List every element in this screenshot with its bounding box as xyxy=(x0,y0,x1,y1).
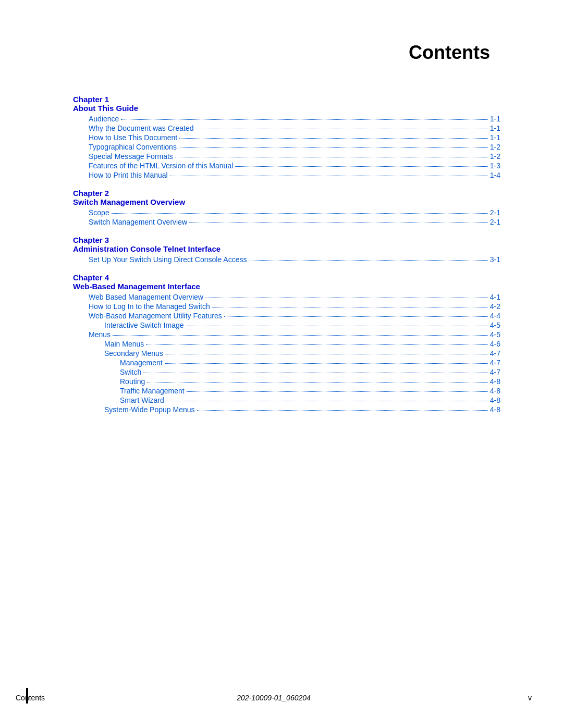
toc-entry[interactable]: System-Wide Popup Menus 4-8 xyxy=(73,405,500,414)
toc-entry[interactable]: Special Message Formats 1-2 xyxy=(73,152,500,161)
toc-entry[interactable]: Set Up Your Switch Using Direct Console … xyxy=(73,255,500,264)
chapter-1-label: Chapter 1 About This Guide Audience 1-1 … xyxy=(73,95,500,179)
toc-entry[interactable]: Management 4-7 xyxy=(73,359,500,367)
footer-label: Contents xyxy=(16,694,78,702)
toc-entry[interactable]: How to Log In to the Managed Switch 4-2 xyxy=(73,302,500,311)
toc-entry[interactable]: Typographical Conventions 1-2 xyxy=(73,143,500,151)
toc-container: Chapter 1 About This Guide Audience 1-1 … xyxy=(73,95,500,414)
toc-entry[interactable]: Why the Document was Created 1-1 xyxy=(73,124,500,132)
chapter-3-label: Chapter 3 Administration Console Telnet … xyxy=(73,236,500,264)
toc-entry[interactable]: Interactive Switch Image 4-5 xyxy=(73,321,500,329)
toc-entry[interactable]: Traffic Management 4-8 xyxy=(73,387,500,395)
toc-entry[interactable]: Web Based Management Overview 4-1 xyxy=(73,293,500,301)
chapter-2-label: Chapter 2 Switch Management Overview Sco… xyxy=(73,189,500,226)
toc-entry[interactable]: Switch 4-7 xyxy=(73,368,500,376)
toc-entry[interactable]: Secondary Menus 4-7 xyxy=(73,349,500,357)
toc-entry[interactable]: Features of the HTML Version of this Man… xyxy=(73,162,500,170)
footer-page-number: v xyxy=(469,694,532,702)
chapter-4-label: Chapter 4 Web-Based Management Interface… xyxy=(73,273,500,414)
toc-entry[interactable]: Menus 4-5 xyxy=(73,330,500,339)
toc-entry[interactable]: Audience 1-1 xyxy=(73,115,500,123)
toc-entry[interactable]: Web-Based Management Utility Features 4-… xyxy=(73,312,500,320)
page-title: Contents xyxy=(73,42,490,64)
footer-doc-number: 202-10009-01_060204 xyxy=(78,694,469,702)
toc-entry[interactable]: Scope 2-1 xyxy=(73,208,500,217)
toc-entry[interactable]: Routing 4-8 xyxy=(73,377,500,386)
toc-entry[interactable]: How to Use This Document 1-1 xyxy=(73,133,500,142)
toc-entry[interactable]: Smart Wizard 4-8 xyxy=(73,396,500,404)
toc-entry[interactable]: How to Print this Manual 1-4 xyxy=(73,171,500,179)
revision-bar xyxy=(26,688,28,704)
page: Contents Chapter 1 About This Guide Audi… xyxy=(0,0,563,728)
toc-entry[interactable]: Switch Management Overview 2-1 xyxy=(73,218,500,226)
footer: Contents 202-10009-01_060204 v xyxy=(0,694,563,702)
toc-entry[interactable]: Main Menus 4-6 xyxy=(73,340,500,348)
